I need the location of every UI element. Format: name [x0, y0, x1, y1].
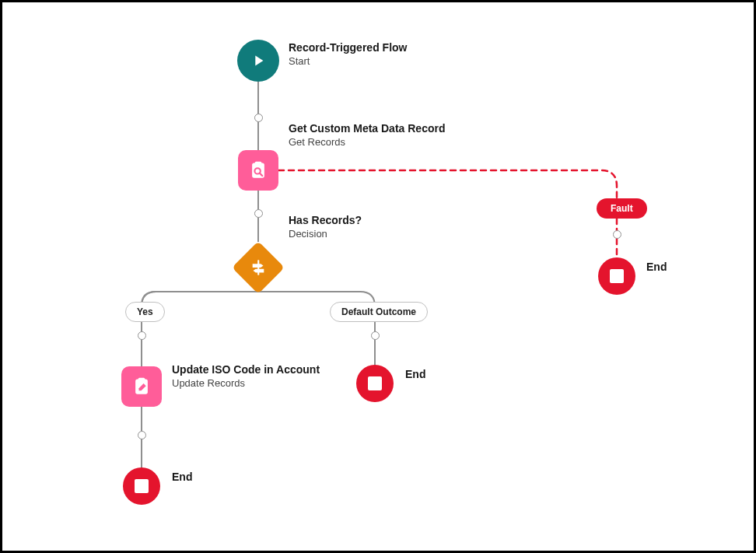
end-node-fault-branch[interactable] — [598, 257, 635, 295]
outcome-yes-label: Yes — [137, 306, 153, 317]
svg-rect-12 — [138, 378, 145, 381]
flow-canvas-frame: Record-Triggered Flow Start Get Custom M… — [0, 0, 756, 553]
start-node[interactable] — [237, 40, 279, 82]
clipboard-edit-icon — [121, 366, 162, 407]
connector-port[interactable] — [371, 331, 380, 340]
connector-port[interactable] — [254, 114, 263, 122]
connector-port[interactable] — [138, 431, 146, 439]
get-records-title: Get Custom Meta Data Record — [289, 122, 445, 136]
update-records-subtitle: Update Records — [172, 377, 320, 390]
fault-label: Fault — [611, 203, 633, 214]
start-subtitle: Start — [289, 55, 407, 68]
flow-canvas[interactable]: Record-Triggered Flow Start Get Custom M… — [2, 2, 754, 551]
outcome-yes-pill[interactable]: Yes — [125, 302, 165, 322]
connector-lines — [2, 2, 754, 551]
update-records-title: Update ISO Code in Account — [172, 363, 320, 377]
stop-icon — [598, 257, 635, 295]
get-records-label: Get Custom Meta Data Record Get Records — [289, 122, 445, 148]
outcome-default-label: Default Outcome — [341, 306, 416, 317]
connector-port[interactable] — [254, 209, 263, 218]
svg-rect-7 — [255, 162, 262, 165]
connector-port[interactable] — [613, 230, 621, 239]
decision-node[interactable] — [233, 242, 284, 293]
stop-icon — [123, 467, 160, 505]
end-label-yes: End — [172, 471, 192, 483]
stop-icon — [356, 365, 394, 402]
play-icon — [237, 40, 279, 82]
get-records-node[interactable] — [238, 150, 278, 191]
update-records-label: Update ISO Code in Account Update Record… — [172, 363, 320, 389]
decision-label: Has Records? Decision — [289, 214, 362, 240]
fault-pill[interactable]: Fault — [597, 198, 647, 219]
end-label-default: End — [405, 368, 425, 380]
end-label-fault: End — [646, 261, 667, 273]
connector-port[interactable] — [138, 331, 146, 340]
signpost-icon — [232, 241, 285, 294]
update-records-node[interactable] — [121, 366, 162, 407]
start-node-label: Record-Triggered Flow Start — [289, 41, 407, 67]
clipboard-search-icon — [238, 150, 278, 191]
decision-title: Has Records? — [289, 214, 362, 228]
start-title: Record-Triggered Flow — [289, 41, 407, 55]
end-node-default-branch[interactable] — [356, 365, 394, 402]
outcome-default-pill[interactable]: Default Outcome — [330, 302, 428, 322]
end-node-yes-branch[interactable] — [123, 467, 160, 505]
decision-subtitle: Decision — [289, 228, 362, 240]
get-records-subtitle: Get Records — [289, 136, 445, 149]
